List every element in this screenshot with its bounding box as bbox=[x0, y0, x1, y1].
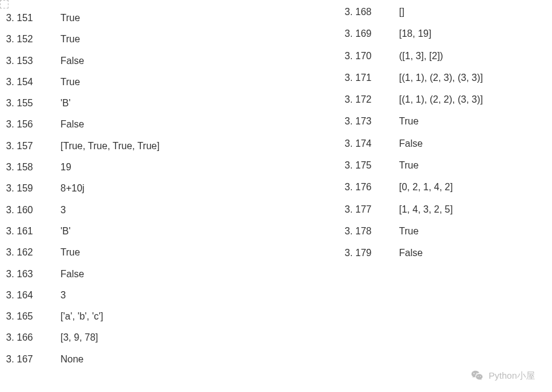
answer-row: 3. 167None bbox=[6, 353, 345, 366]
answer-number: 3. 162 bbox=[6, 246, 60, 259]
answer-value: [(1, 1), (2, 3), (3, 3)] bbox=[399, 72, 483, 85]
answer-row: 3. 157[True, True, True, True] bbox=[6, 140, 345, 153]
answer-number: 3. 178 bbox=[345, 225, 399, 238]
answer-number: 3. 179 bbox=[345, 247, 399, 260]
answer-value: False bbox=[60, 118, 84, 131]
answer-number: 3. 174 bbox=[345, 138, 399, 150]
answer-number: 3. 163 bbox=[6, 268, 60, 281]
watermark: Python小屋 bbox=[470, 369, 535, 382]
answer-value: True bbox=[399, 225, 418, 238]
answer-number: 3. 169 bbox=[345, 28, 399, 40]
answer-number: 3. 176 bbox=[345, 181, 399, 194]
answer-value: 19 bbox=[60, 161, 71, 174]
content-columns: 3. 151True 3. 152True 3. 153False 3. 154… bbox=[0, 0, 552, 374]
answer-number: 3. 159 bbox=[6, 182, 60, 195]
answer-row: 3. 175True bbox=[345, 159, 550, 172]
answer-value: [True, True, True, True] bbox=[60, 140, 160, 153]
answer-value: True bbox=[60, 246, 80, 259]
answer-row: 3. 168[] bbox=[345, 6, 550, 19]
answer-value: True bbox=[399, 115, 418, 128]
answer-row: 3. 174False bbox=[345, 138, 550, 150]
answer-number: 3. 172 bbox=[345, 94, 399, 106]
answer-row: 3. 179False bbox=[345, 247, 550, 260]
answer-value: True bbox=[399, 159, 418, 172]
answer-value: 8+10j bbox=[60, 182, 85, 195]
answer-number: 3. 175 bbox=[345, 159, 399, 172]
answer-value: ['a', 'b', 'c'] bbox=[60, 310, 103, 323]
answer-number: 3. 154 bbox=[6, 76, 60, 89]
answer-row: 3. 15819 bbox=[6, 161, 345, 174]
answer-value: True bbox=[60, 12, 80, 25]
answer-value: 'B' bbox=[60, 225, 71, 238]
answer-value: 3 bbox=[60, 204, 66, 217]
answer-value: [0, 2, 1, 4, 2] bbox=[399, 181, 453, 194]
answer-row: 3. 153False bbox=[6, 55, 345, 68]
answer-number: 3. 158 bbox=[6, 161, 60, 174]
answer-row: 3. 156False bbox=[6, 118, 345, 131]
answer-row: 3. 170([1, 3], [2]) bbox=[345, 50, 550, 63]
answer-number: 3. 173 bbox=[345, 115, 399, 128]
answer-number: 3. 164 bbox=[6, 289, 60, 302]
answer-value: False bbox=[60, 268, 84, 281]
answer-row: 3. 161'B' bbox=[6, 225, 345, 238]
answer-row: 3. 165['a', 'b', 'c'] bbox=[6, 310, 345, 323]
answer-value: [3, 9, 78] bbox=[60, 332, 98, 344]
answer-value: ([1, 3], [2]) bbox=[399, 50, 443, 63]
answer-number: 3. 177 bbox=[345, 204, 399, 216]
answer-number: 3. 165 bbox=[6, 310, 60, 323]
answer-value: False bbox=[399, 247, 423, 260]
answer-row: 3. 162True bbox=[6, 246, 345, 259]
watermark-text: Python小屋 bbox=[489, 370, 535, 382]
answer-number: 3. 166 bbox=[6, 332, 60, 344]
answer-number: 3. 168 bbox=[345, 6, 399, 19]
answer-number: 3. 157 bbox=[6, 140, 60, 153]
answer-number: 3. 156 bbox=[6, 118, 60, 131]
answer-value: 3 bbox=[60, 289, 66, 302]
answer-row: 3. 169[18, 19] bbox=[345, 28, 550, 40]
answer-row: 3. 171[(1, 1), (2, 3), (3, 3)] bbox=[345, 72, 550, 85]
answer-row: 3. 1598+10j bbox=[6, 182, 345, 195]
right-column: 3. 168[] 3. 169[18, 19] 3. 170([1, 3], [… bbox=[345, 6, 550, 374]
answer-value: [(1, 1), (2, 2), (3, 3)] bbox=[399, 94, 483, 106]
answer-row: 3. 163False bbox=[6, 268, 345, 281]
answer-number: 3. 152 bbox=[6, 33, 60, 46]
wechat-icon bbox=[470, 369, 484, 382]
answer-row: 3. 176[0, 2, 1, 4, 2] bbox=[345, 181, 550, 194]
answer-number: 3. 160 bbox=[6, 204, 60, 217]
answer-value: True bbox=[60, 76, 80, 89]
answer-number: 3. 155 bbox=[6, 97, 60, 110]
answer-number: 3. 153 bbox=[6, 55, 60, 68]
answer-number: 3. 170 bbox=[345, 50, 399, 63]
answer-value: [18, 19] bbox=[399, 28, 431, 40]
answer-row: 3. 173True bbox=[345, 115, 550, 128]
left-column: 3. 151True 3. 152True 3. 153False 3. 154… bbox=[6, 6, 345, 374]
answer-number: 3. 161 bbox=[6, 225, 60, 238]
answer-value: 'B' bbox=[60, 97, 71, 110]
answer-row: 3. 172[(1, 1), (2, 2), (3, 3)] bbox=[345, 94, 550, 106]
answer-row: 3. 1643 bbox=[6, 289, 345, 302]
answer-value: None bbox=[60, 353, 83, 366]
answer-row: 3. 154True bbox=[6, 76, 345, 89]
answer-row: 3. 166[3, 9, 78] bbox=[6, 332, 345, 344]
answer-value: True bbox=[60, 33, 80, 46]
answer-value: [] bbox=[399, 6, 404, 19]
answer-row: 3. 151True bbox=[6, 12, 345, 25]
answer-row: 3. 178True bbox=[345, 225, 550, 238]
selection-corner-mark bbox=[0, 0, 8, 8]
answer-row: 3. 155'B' bbox=[6, 97, 345, 110]
answer-value: False bbox=[60, 55, 84, 68]
answer-number: 3. 151 bbox=[6, 12, 60, 25]
answer-value: [1, 4, 3, 2, 5] bbox=[399, 204, 453, 216]
answer-row: 3. 177[1, 4, 3, 2, 5] bbox=[345, 204, 550, 216]
answer-value: False bbox=[399, 138, 423, 150]
answer-number: 3. 167 bbox=[6, 353, 60, 366]
answer-row: 3. 1603 bbox=[6, 204, 345, 217]
answer-number: 3. 171 bbox=[345, 72, 399, 85]
answer-row: 3. 152True bbox=[6, 33, 345, 46]
